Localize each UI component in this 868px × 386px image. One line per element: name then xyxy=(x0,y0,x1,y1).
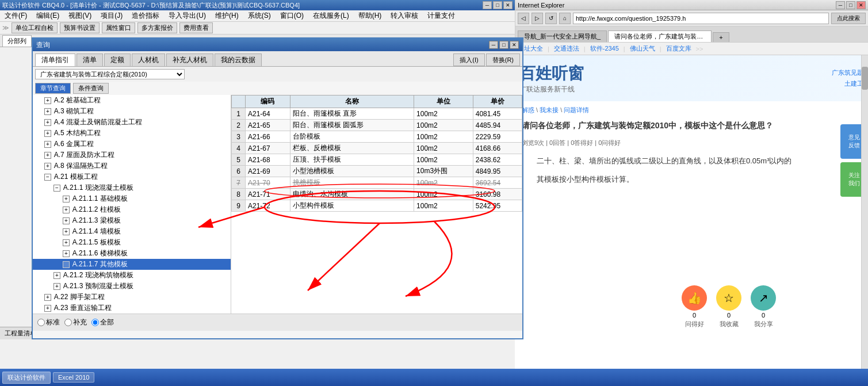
menu-import[interactable]: 导入导出(U) xyxy=(166,10,208,21)
taskbar-btn-excel[interactable]: Excel 2010 xyxy=(53,372,94,383)
tree-item-A4[interactable]: + A.4 混凝土及钢筋混凝土工程 xyxy=(33,117,231,128)
btn-unit-check[interactable]: 单位工程自检 xyxy=(12,22,58,33)
tree-item-A2[interactable]: + A.2 桩基础工程 xyxy=(33,95,231,106)
tree-toggle-A2111[interactable]: + xyxy=(63,196,70,202)
tree-item-A8[interactable]: + A.8 保温隔热工程 xyxy=(33,160,231,171)
tree-item-A2111[interactable]: + A.21.1.1 基础模板 xyxy=(33,193,231,204)
taskbar-btn-software[interactable]: 联达计价软件 xyxy=(2,372,51,384)
btn-multiplan[interactable]: 多方案报价 xyxy=(137,22,177,33)
menu-review[interactable]: 转入审核 xyxy=(388,10,420,21)
tree-item-A21[interactable]: − A.21 模板工程 xyxy=(33,171,231,182)
tree-item-A2115[interactable]: + A.21.1.5 板模板 xyxy=(33,237,231,248)
search-tab-condition[interactable]: 条件查询 xyxy=(73,83,109,94)
radio-all[interactable]: 全部 xyxy=(91,318,114,327)
tree-toggle-A22[interactable]: + xyxy=(44,294,51,301)
tree-item-A5[interactable]: + A.5 木结构工程 xyxy=(33,128,231,139)
table-row[interactable]: 9 A21-72 小型构件模板 100m2 5242.95 xyxy=(232,200,522,212)
tree-toggle-A8[interactable]: + xyxy=(44,163,51,170)
tree-toggle-A21[interactable]: − xyxy=(44,174,51,181)
tree-toggle-A2112[interactable]: + xyxy=(63,207,70,213)
bookmark-1[interactable]: 交通违法 xyxy=(554,44,579,53)
tree-item-A2117[interactable]: A.21.1.7 其他模板 xyxy=(33,259,231,270)
menu-project[interactable]: 项目(J) xyxy=(98,10,125,21)
tree-toggle-A2114[interactable]: + xyxy=(63,228,70,235)
bookmark-4[interactable]: 百度文库 xyxy=(666,44,691,53)
refresh-btn[interactable]: ↺ xyxy=(545,13,557,24)
tree-item-A7[interactable]: + A.7 屋面及防水工程 xyxy=(33,150,231,160)
tree-toggle-A2113[interactable]: + xyxy=(63,217,70,224)
tree-item-A22[interactable]: + A.22 脚手架工程 xyxy=(33,292,231,303)
tree-toggle-A23[interactable]: + xyxy=(44,305,51,312)
address-input[interactable] xyxy=(573,13,829,24)
menu-edit[interactable]: 编辑(E) xyxy=(34,10,62,21)
tree-item-A2116[interactable]: + A.21.1.6 楼梯模板 xyxy=(33,248,231,259)
menu-window[interactable]: 窗口(O) xyxy=(278,10,306,21)
bookmark-3[interactable]: 佛山天气 xyxy=(630,44,655,53)
btn-properties[interactable]: 属性窗口 xyxy=(102,22,135,33)
quota-dropdown[interactable]: 广东省建筑与装饰工程综合定额(2010) xyxy=(35,69,185,79)
tree-item-A23[interactable]: + A.23 垂直运输工程 xyxy=(33,303,231,314)
menu-payment[interactable]: 计量支付 xyxy=(425,10,457,21)
btn-fee-view[interactable]: 费用查看 xyxy=(179,22,213,33)
scrollbar-thumb[interactable] xyxy=(862,67,868,90)
tree-item-A212[interactable]: + A.21.2 现浇构筑物模板 xyxy=(33,270,231,281)
menu-online[interactable]: 在线服务(L) xyxy=(311,10,351,21)
search-btn[interactable]: 点此搜索 xyxy=(831,13,866,24)
browser-tab-new[interactable]: + xyxy=(713,32,729,42)
browser-min-btn[interactable]: ─ xyxy=(836,1,845,9)
radio-standard[interactable]: 标准 xyxy=(37,318,60,327)
tree-toggle-A7[interactable]: + xyxy=(44,152,51,159)
dialog-tab-quota[interactable]: 定额 xyxy=(104,53,131,66)
browser-close-btn[interactable]: ✕ xyxy=(856,1,866,9)
scrollbar[interactable] xyxy=(861,55,868,369)
dialog-max-btn[interactable]: □ xyxy=(499,41,508,49)
browser-max-btn[interactable]: □ xyxy=(846,1,855,9)
nav-link-2[interactable]: 问题详情 xyxy=(564,106,589,113)
dialog-tab-cloud[interactable]: 我的云数据 xyxy=(215,53,262,66)
dialog-min-btn[interactable]: ─ xyxy=(489,41,498,49)
btn-collect[interactable]: ☆ 0 我收藏 xyxy=(716,285,741,328)
menu-system[interactable]: 系统(S) xyxy=(246,10,273,21)
dialog-tab-materials[interactable]: 人材机 xyxy=(132,53,165,66)
menu-view[interactable]: 视图(V) xyxy=(66,10,94,21)
tab-division[interactable]: 分部列 xyxy=(2,35,32,47)
tree-item-A6[interactable]: + A.6 金属工程 xyxy=(33,139,231,150)
table-row[interactable]: 6 A21-69 小型池槽模板 10m3外围 4849.95 xyxy=(232,166,522,177)
tree-toggle-A4[interactable]: + xyxy=(44,119,51,126)
btn-share[interactable]: ↗ 0 我分享 xyxy=(751,285,776,328)
tree-toggle-A5[interactable]: + xyxy=(44,130,51,137)
dialog-tab-list[interactable]: 清单 xyxy=(77,53,103,66)
tree-item-A2112[interactable]: + A.21.1.2 柱模板 xyxy=(33,204,231,215)
tree-item-A211[interactable]: − A.21.1 现浇混凝土模板 xyxy=(33,182,231,193)
home-btn[interactable]: ⌂ xyxy=(559,13,571,24)
btn-budget-settings[interactable]: 预算书设置 xyxy=(60,22,100,33)
table-row[interactable]: 1 A21-64 阳台、雨篷模板 直形 100m2 4081.45 xyxy=(232,108,522,120)
replace-button[interactable]: 替换(R) xyxy=(486,53,520,66)
nav-link-1[interactable]: 我未接 xyxy=(540,106,559,113)
side-link-0[interactable]: 广东筑见题 xyxy=(832,68,863,77)
close-btn[interactable]: ✕ xyxy=(503,1,513,9)
menu-pricing[interactable]: 造价指标 xyxy=(129,10,162,21)
menu-maintain[interactable]: 维护(H) xyxy=(213,10,241,21)
table-row[interactable]: 5 A21-68 压顶、扶手模板 100m2 2438.62 xyxy=(232,154,522,166)
bookmark-2[interactable]: 软件-2345 xyxy=(590,44,619,53)
tree-item-A2113[interactable]: + A.21.1.3 梁模板 xyxy=(33,215,231,226)
tree-toggle-A2115[interactable]: + xyxy=(63,239,70,246)
menu-file[interactable]: 文件(F) xyxy=(2,10,29,21)
insert-button[interactable]: 插入(I) xyxy=(453,53,484,66)
tree-item-A213[interactable]: + A.21.3 预制混凝土模板 xyxy=(33,281,231,292)
browser-tab-1[interactable]: 请问各位老师，广东建筑与装饰… xyxy=(608,30,712,42)
dialog-tab-supplement[interactable]: 补充人材机 xyxy=(166,53,213,66)
btn-like[interactable]: 👍 0 问得好 xyxy=(682,285,707,328)
menu-help[interactable]: 帮助(H) xyxy=(356,10,384,21)
tree-toggle-A213[interactable]: + xyxy=(53,283,60,290)
nav-link-0[interactable]: 解惑 xyxy=(522,106,534,113)
tree-toggle-A2116[interactable]: + xyxy=(63,250,70,257)
tree-toggle-A6[interactable]: + xyxy=(44,141,51,148)
table-row[interactable]: 8 A21-71 电缆沟、水沟模板 100m2 3160.98 xyxy=(232,189,522,200)
table-row[interactable]: 4 A21-67 栏板、反檐模板 100m2 4168.66 xyxy=(232,143,522,154)
table-row[interactable]: 2 A21-65 阳台、雨篷模板 圆弧形 100m2 4485.94 xyxy=(232,120,522,131)
table-row[interactable]: 7 A21-70 挑檐模板 100m2 3692.54 xyxy=(232,177,522,189)
tree-toggle-A2[interactable]: + xyxy=(44,97,51,104)
tree-toggle-A3[interactable]: + xyxy=(44,108,51,115)
